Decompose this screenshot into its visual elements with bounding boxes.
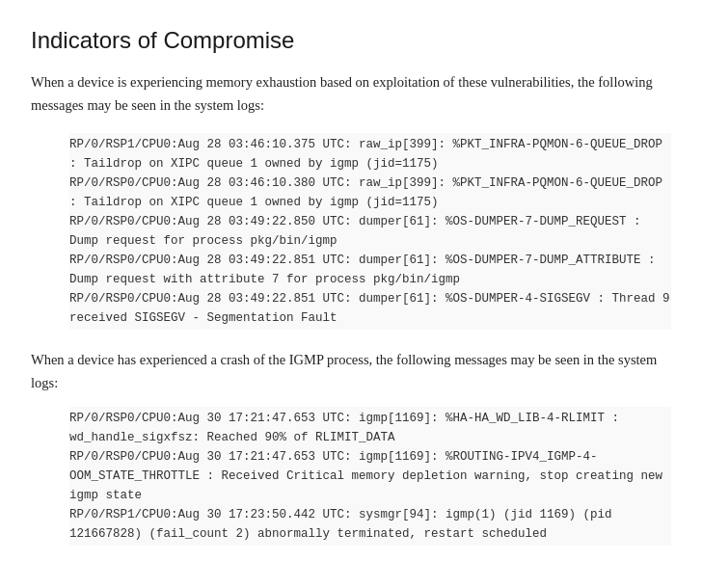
- page-title: Indicators of Compromise: [31, 27, 671, 54]
- intro-paragraph-2: When a device has experienced a crash of…: [31, 349, 671, 395]
- code-block-2: RP/0/RSP0/CPU0:Aug 30 17:21:47.653 UTC: …: [69, 407, 671, 546]
- intro-paragraph-1: When a device is experiencing memory exh…: [31, 71, 671, 118]
- code-block-1: RP/0/RSP1/CPU0:Aug 28 03:46:10.375 UTC: …: [69, 133, 671, 330]
